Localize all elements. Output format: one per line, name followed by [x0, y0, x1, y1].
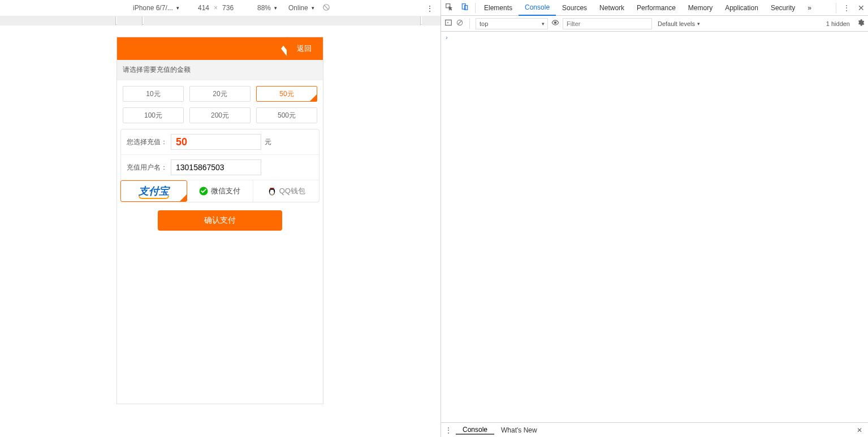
phone-viewport: 返回 请选择需要充值的金额 10元20元50元100元200元500元 您选择充… — [117, 37, 323, 404]
live-expression-icon[interactable] — [551, 19, 559, 28]
devtools-tab-elements[interactable]: Elements — [478, 0, 519, 16]
devtools-tab-application[interactable]: Application — [719, 0, 765, 16]
amount-option-100元[interactable]: 100元 — [123, 107, 184, 123]
devtools-tab-sources[interactable]: Sources — [556, 0, 593, 16]
devtools-tab-network[interactable]: Network — [593, 0, 631, 16]
hidden-messages-count[interactable]: 1 hidden — [826, 20, 850, 27]
log-levels-label: Default levels — [658, 20, 695, 27]
recharge-form: 您选择充值： 元 充值用户名： 支付宝 微信支付 QQ钱包 — [120, 129, 319, 202]
horizontal-ruler — [0, 16, 441, 25]
device-name: iPhone 6/7/... — [133, 4, 173, 12]
context-value: top — [480, 20, 488, 27]
throttle-value: Online — [288, 4, 308, 12]
console-sidebar-toggle-icon[interactable] — [444, 19, 452, 28]
drawer-more-icon[interactable]: ⋮ — [441, 426, 456, 434]
svg-rect-9 — [462, 4, 465, 9]
amount-unit: 元 — [265, 137, 271, 147]
viewport-width: 414 — [198, 4, 209, 12]
amount-option-50元[interactable]: 50元 — [256, 86, 317, 102]
emulator-toolbar: iPhone 6/7/... 414 × 736 88% Online ⋮ — [0, 0, 441, 16]
devtools-tab-performance[interactable]: Performance — [631, 0, 682, 16]
zoom-selector[interactable]: 88% — [257, 4, 277, 12]
amount-option-500元[interactable]: 500元 — [256, 107, 317, 123]
context-selector[interactable]: top — [476, 18, 548, 29]
username-label: 充值用户名： — [127, 163, 167, 172]
svg-rect-7 — [270, 188, 274, 189]
console-output[interactable] — [441, 32, 868, 422]
devtools-more-icon[interactable]: ⋮ — [839, 4, 854, 12]
devtools-close-icon[interactable]: ✕ — [854, 3, 868, 12]
back-button[interactable]: 返回 — [287, 41, 317, 56]
viewport-dimensions[interactable]: 414 × 736 — [198, 4, 234, 12]
app-header: 返回 — [117, 37, 323, 60]
amount-input[interactable] — [171, 134, 261, 150]
throttle-selector[interactable]: Online — [288, 4, 314, 12]
devtools-tab-security[interactable]: Security — [765, 0, 801, 16]
amount-option-20元[interactable]: 20元 — [189, 86, 251, 102]
amount-label: 您选择充值： — [127, 137, 167, 147]
viewport-height: 736 — [222, 4, 234, 12]
rotate-icon[interactable] — [322, 3, 330, 13]
payment-options-row: 支付宝 微信支付 QQ钱包 — [121, 180, 319, 202]
qq-icon — [267, 186, 277, 196]
pay-option-wechat[interactable]: 微信支付 — [187, 180, 253, 202]
device-emulator-panel: iPhone 6/7/... 414 × 736 88% Online ⋮ 返回… — [0, 0, 441, 437]
confirm-pay-button[interactable]: 确认支付 — [158, 210, 282, 231]
wechat-icon — [198, 186, 209, 196]
drawer-tab-whatsnew[interactable]: What's New — [494, 426, 544, 434]
username-row: 充值用户名： — [121, 155, 319, 180]
devtools-tab-console[interactable]: Console — [519, 0, 556, 16]
pay-option-qq[interactable]: QQ钱包 — [253, 180, 319, 202]
console-settings-icon[interactable] — [857, 19, 865, 28]
drawer-close-icon[interactable]: ✕ — [851, 426, 868, 434]
zoom-value: 88% — [257, 4, 271, 12]
console-filter-input[interactable] — [563, 18, 652, 29]
svg-point-6 — [273, 189, 274, 191]
svg-line-13 — [458, 21, 462, 25]
device-selector[interactable]: iPhone 6/7/... — [133, 4, 179, 12]
dimension-separator: × — [214, 4, 218, 12]
inspect-element-icon[interactable] — [441, 3, 457, 12]
svg-point-14 — [554, 21, 556, 24]
log-levels-selector[interactable]: Default levels — [658, 20, 700, 27]
console-prompt[interactable] — [446, 34, 863, 41]
back-button-label: 返回 — [297, 44, 312, 53]
emulator-more-icon[interactable]: ⋮ — [426, 4, 434, 13]
username-input[interactable] — [171, 159, 261, 175]
drawer-tab-console[interactable]: Console — [456, 426, 494, 435]
devtools-drawer: ⋮ Console What's New ✕ — [441, 422, 868, 437]
qq-label: QQ钱包 — [279, 186, 305, 196]
devtools-tab-memory[interactable]: Memory — [682, 0, 719, 16]
amount-option-200元[interactable]: 200元 — [189, 107, 251, 123]
toggle-device-icon[interactable] — [457, 3, 473, 12]
amount-grid: 10元20元50元100元200元500元 — [117, 80, 323, 129]
console-toolbar: top Default levels 1 hidden — [441, 16, 868, 32]
pay-option-alipay[interactable]: 支付宝 — [120, 180, 187, 202]
section-title: 请选择需要充值的金额 — [117, 60, 323, 80]
svg-point-5 — [270, 189, 271, 191]
svg-line-1 — [324, 5, 329, 9]
wechat-label: 微信支付 — [211, 186, 240, 196]
devtools-panel: ElementsConsoleSourcesNetworkPerformance… — [441, 0, 868, 437]
devtools-tabs-overflow-icon[interactable]: » — [801, 0, 818, 16]
clear-console-icon[interactable] — [456, 19, 464, 28]
devtools-tab-bar: ElementsConsoleSourcesNetworkPerformance… — [441, 0, 868, 16]
alipay-logo-icon: 支付宝 — [139, 184, 169, 198]
amount-option-10元[interactable]: 10元 — [123, 86, 184, 102]
amount-row: 您选择充值： 元 — [121, 129, 319, 155]
